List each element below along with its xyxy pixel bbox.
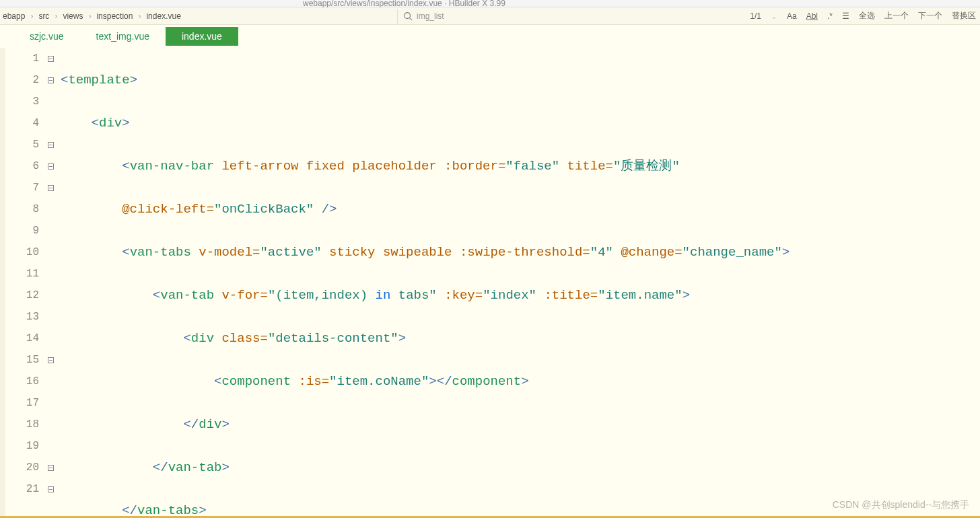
watermark: CSDN @共创splendid--与您携手 — [833, 499, 969, 511]
code-line: <van-tab v-for="(item,index) in tabs" :k… — [55, 285, 980, 306]
separator-icon: ⌄ — [771, 11, 777, 21]
svg-point-0 — [405, 12, 411, 18]
fold-icon[interactable] — [46, 177, 55, 198]
fold-icon[interactable] — [46, 349, 55, 371]
code-line: <component :is="item.coName"></component… — [55, 371, 980, 392]
breadcrumb-bar: ebapp› src› views› inspection› index.vue… — [0, 7, 980, 25]
search-icon — [403, 11, 413, 21]
chevron-icon: › — [85, 11, 94, 21]
line-number: 21 — [5, 478, 39, 500]
prev-button[interactable]: 上一个 — [884, 10, 909, 22]
fold-icon[interactable] — [46, 478, 55, 500]
case-toggle[interactable]: Aa — [787, 11, 797, 21]
regex-toggle[interactable]: .* — [827, 11, 833, 21]
search-count: 1/1 — [750, 11, 761, 21]
chevron-icon: › — [135, 11, 143, 21]
line-number: 15 — [5, 349, 39, 371]
marker-gutter — [0, 48, 5, 518]
code-line: </van-tab> — [55, 457, 980, 478]
breadcrumb-item[interactable]: inspection — [96, 11, 133, 21]
fold-icon[interactable] — [46, 48, 55, 69]
code-line: </div> — [55, 414, 980, 435]
word-toggle[interactable]: Abl — [806, 11, 818, 21]
fold-icon[interactable] — [46, 155, 55, 177]
line-number: 14 — [5, 328, 39, 349]
breadcrumb[interactable]: ebapp› src› views› inspection› index.vue — [0, 11, 181, 21]
code-line: <template> — [55, 69, 980, 91]
line-number: 7 — [5, 177, 39, 198]
line-number: 17 — [5, 392, 39, 414]
line-number: 4 — [5, 112, 39, 134]
lines-icon[interactable]: ☰ — [842, 11, 849, 21]
breadcrumb-item[interactable]: ebapp — [3, 11, 25, 21]
code-line: <div> — [55, 112, 980, 134]
next-button[interactable]: 下一个 — [918, 10, 942, 22]
line-number: 19 — [5, 435, 39, 457]
fold-icon[interactable] — [46, 457, 55, 478]
code-area[interactable]: <template> <div> <van-nav-bar left-arrow… — [55, 48, 980, 518]
line-number: 6 — [5, 155, 39, 177]
tab-index[interactable]: index.vue — [166, 27, 238, 46]
code-line: @click-left="onClickBack" /> — [55, 198, 980, 220]
line-number: 10 — [5, 242, 39, 263]
code-line: <div class="details-content"> — [55, 328, 980, 349]
search-box — [397, 9, 693, 24]
code-editor[interactable]: 1 2 3 4 5 6 7 8 9 10 11 12 13 14 15 16 1… — [0, 48, 980, 518]
line-number-gutter: 1 2 3 4 5 6 7 8 9 10 11 12 13 14 15 16 1… — [5, 48, 46, 518]
search-input[interactable] — [417, 11, 686, 21]
search-toolbar: 1/1 ⌄ Aa Abl .* ☰ 全选 上一个 下一个 替换区 — [750, 10, 976, 22]
line-number: 12 — [5, 285, 39, 306]
breadcrumb-item[interactable]: src — [38, 11, 49, 21]
line-number: 16 — [5, 371, 39, 392]
fold-gutter — [46, 48, 55, 518]
fold-icon[interactable] — [46, 69, 55, 91]
line-number: 13 — [5, 306, 39, 328]
breadcrumb-item[interactable]: index.vue — [146, 11, 180, 21]
fold-icon[interactable] — [46, 134, 55, 155]
line-number: 11 — [5, 263, 39, 285]
line-number: 2 — [5, 69, 39, 91]
breadcrumb-item[interactable]: views — [63, 11, 83, 21]
tab-szjc[interactable]: szjc.vue — [13, 27, 80, 46]
editor-tabs: szjc.vue text_img.vue index.vue — [0, 25, 980, 48]
line-number: 9 — [5, 220, 39, 242]
code-line: <van-nav-bar left-arrow fixed placeholde… — [55, 155, 980, 177]
select-all-button[interactable]: 全选 — [859, 10, 875, 22]
replace-button[interactable]: 替换区 — [952, 10, 976, 22]
line-number: 18 — [5, 414, 39, 435]
line-number: 1 — [5, 48, 39, 69]
chevron-icon: › — [28, 11, 36, 21]
tab-text-img[interactable]: text_img.vue — [80, 27, 166, 46]
line-number: 20 — [5, 457, 39, 478]
code-line: <van-tabs v-model="active" sticky swipea… — [55, 242, 980, 263]
line-number: 3 — [5, 91, 39, 112]
svg-line-1 — [410, 17, 413, 20]
chevron-icon: › — [52, 11, 60, 21]
line-number: 8 — [5, 198, 39, 220]
line-number: 5 — [5, 134, 39, 155]
